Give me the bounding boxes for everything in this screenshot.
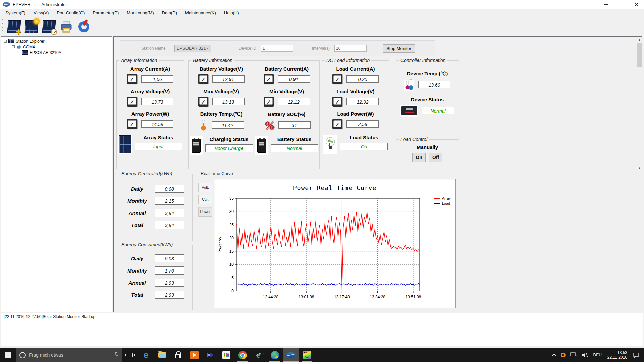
chart-panel: Power Real Time Curve 0510152025303512:4… — [214, 179, 456, 308]
battery-status-value: Normal — [271, 144, 318, 152]
minimize-button[interactable] — [599, 0, 614, 9]
taskbar-file-explorer[interactable] — [154, 348, 170, 362]
menu-data[interactable]: Data(D) — [158, 9, 181, 17]
energy-con-monthly-label: Monthly — [125, 268, 149, 274]
group-title: Energy Generated(kWh) — [120, 171, 174, 176]
exit-button[interactable] — [76, 19, 92, 35]
battery-information-group: Battery Information Battery Voltage(V) 1… — [188, 60, 320, 169]
taskbar-edge[interactable] — [138, 348, 154, 362]
tab-cur[interactable]: Cur. — [198, 195, 212, 204]
light-bulb-icon — [325, 136, 336, 152]
tray-network[interactable] — [568, 348, 580, 362]
tab-power[interactable]: Power — [198, 207, 212, 217]
gauge-icon — [127, 97, 137, 107]
realtime-chart-svg: 0510152025303512:44:2813:01:0813:17:4813… — [217, 194, 451, 304]
add-station-button[interactable] — [6, 19, 22, 35]
menu-view[interactable]: View(V) — [30, 9, 53, 17]
station-monitor-button[interactable] — [23, 19, 40, 35]
restore-button[interactable] — [614, 0, 629, 9]
group-title: Controller Information — [399, 58, 447, 63]
taskbar-fixfoto[interactable]: Fix Foto — [299, 348, 315, 362]
stop-monitor-button[interactable]: Stop Monitor — [383, 44, 415, 53]
svg-text:Power /W: Power /W — [218, 237, 222, 253]
collapse-icon[interactable] — [4, 40, 7, 43]
group-title: Battery Information — [191, 58, 234, 63]
station-name-label: Station Name — [141, 46, 166, 51]
search-input[interactable] — [29, 352, 111, 358]
charging-status-label: Charging Status — [210, 136, 249, 142]
menu-monitoring[interactable]: Monitoring(M) — [123, 9, 158, 17]
toolbar-drag-handle[interactable] — [2, 19, 3, 34]
load-power-value: 2,58 — [346, 120, 379, 128]
array-voltage-label: Array Voltage(V) — [127, 88, 173, 94]
tray-date: 22.11.2016 — [607, 355, 627, 360]
taskbar-grid-app[interactable] — [218, 348, 234, 362]
energy-gen-monthly-value: 2,15 — [155, 197, 184, 205]
status-log-panel: [22.11.2016 12:27:50]Solar Station Monit… — [1, 313, 643, 346]
station-bar: Station Name EPSOLAR 321 Device ID Inter… — [120, 40, 435, 56]
taskbar-chrome[interactable] — [234, 348, 251, 362]
action-center-button[interactable] — [631, 348, 644, 362]
menu-parameter[interactable]: Parameter(P) — [89, 9, 123, 17]
load-on-button[interactable]: On — [412, 153, 426, 162]
taskbar-arrows-app[interactable] — [202, 348, 218, 362]
tree-item-device[interactable]: EPSOLAR 3210A — [1, 50, 112, 55]
group-title: Load Control — [399, 137, 429, 142]
epever-taskbar-icon — [286, 352, 296, 358]
tray-chevron[interactable] — [550, 348, 558, 362]
start-button[interactable] — [0, 348, 16, 362]
tray-volume[interactable] — [580, 348, 591, 362]
battery-status-label: Battery Status — [277, 136, 312, 142]
scroll-up-button[interactable] — [637, 37, 642, 42]
taskbar-store[interactable] — [170, 348, 186, 362]
max-voltage-label: Max Voltage(V) — [189, 88, 254, 94]
status-log-entry: [22.11.2016 12:27:50]Solar Station Monit… — [4, 314, 95, 319]
taskbar-epever-active[interactable] — [283, 348, 299, 362]
microphone-icon — [114, 352, 118, 358]
taskbar-downloader[interactable] — [267, 348, 283, 362]
tree-item-com4[interactable]: COM4 — [1, 44, 112, 50]
speaker-icon — [582, 353, 588, 358]
station-explorer-panel: Station Explorer COM4 EPSOLAR 3210A — [1, 36, 112, 312]
menu-system[interactable]: System(F) — [1, 9, 30, 17]
load-voltage-value: 12,92 — [346, 98, 379, 105]
dual-thermometer-icon — [404, 79, 414, 90]
scroll-down-button[interactable] — [637, 165, 642, 171]
energy-con-annual-value: 2,93 — [155, 279, 184, 287]
tray-antivirus[interactable] — [558, 348, 568, 362]
group-title: Real Time Curve — [199, 171, 235, 176]
print-button[interactable] — [58, 19, 74, 35]
taskbar-internet-explorer[interactable] — [251, 348, 267, 362]
gauge-icon — [127, 119, 137, 129]
tab-volt[interactable]: Volt. — [198, 183, 212, 192]
station-name-dropdown[interactable]: EPSOLAR 321 — [174, 45, 211, 52]
menu-help[interactable]: Help(H) — [220, 9, 243, 17]
legend-array-label: Array — [442, 196, 451, 200]
gauge-icon — [127, 74, 137, 84]
load-off-button[interactable]: Off — [429, 153, 442, 162]
menu-maintenance[interactable]: Maintenance(K) — [181, 9, 220, 17]
tray-language[interactable]: DEU — [591, 348, 604, 362]
gauge-icon — [264, 74, 274, 84]
taskbar-search[interactable] — [16, 348, 122, 362]
vertical-scrollbar[interactable] — [637, 37, 642, 171]
internet-explorer-icon — [257, 351, 261, 359]
taskbar-movies-tv[interactable] — [186, 348, 202, 362]
energy-con-annual-label: Annual — [125, 280, 149, 286]
task-view-button[interactable] — [122, 348, 138, 362]
gauge-icon — [332, 97, 342, 107]
svg-text:15: 15 — [229, 249, 234, 254]
chart-title: Power Real Time Curve — [214, 184, 455, 191]
scrollbar-thumb[interactable] — [637, 43, 642, 67]
max-voltage-value: 13,13 — [212, 98, 245, 105]
menu-port-config[interactable]: Port Config(C) — [53, 9, 89, 17]
close-button[interactable] — [629, 0, 644, 9]
tree-item-station-explorer[interactable]: Station Explorer — [1, 38, 112, 44]
energy-gen-annual-value: 3,94 — [155, 209, 184, 217]
real-time-clock-button[interactable] — [41, 19, 57, 35]
collapse-icon[interactable] — [12, 45, 15, 48]
svg-text:13:17:48: 13:17:48 — [334, 295, 350, 299]
tray-clock[interactable]: 13:53 22.11.2016 — [604, 351, 631, 360]
device-id-input[interactable] — [261, 45, 293, 52]
interval-input[interactable] — [334, 45, 367, 52]
